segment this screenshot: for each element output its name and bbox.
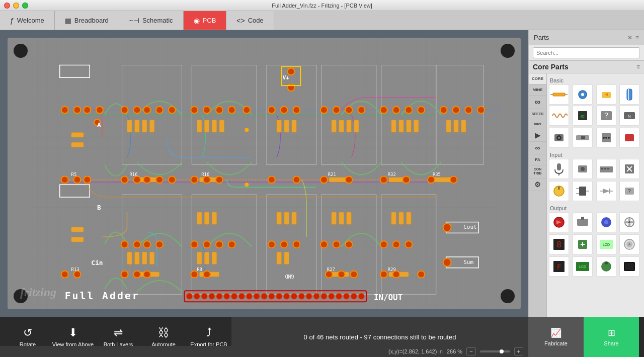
- basic-parts-grid-2: [549, 128, 642, 148]
- part-keyboard[interactable]: [596, 159, 616, 179]
- parts-search-input[interactable]: [533, 47, 640, 58]
- svg-rect-63: [204, 252, 209, 264]
- tab-breadboard[interactable]: ▦ Breadboard: [55, 11, 119, 30]
- fabricate-icon: 📈: [550, 327, 561, 338]
- svg-rect-255: [577, 219, 588, 226]
- svg-rect-58: [149, 252, 154, 264]
- part-sensor-input[interactable]: [573, 159, 593, 179]
- part-capacitor[interactable]: [619, 84, 639, 105]
- toolbar-container: ↺ Rotate ⬇ View from Above ⇌ Both Layers…: [0, 317, 644, 357]
- tab-schematic[interactable]: ~⊣ Schematic: [119, 11, 184, 30]
- part-unknown2[interactable]: N: [619, 106, 639, 126]
- parts-search-area: [529, 45, 644, 61]
- part-connector-input[interactable]: [619, 159, 639, 179]
- part-lcd2[interactable]: LCD: [573, 256, 593, 277]
- pcb-board: R5 R16 R16 R21 R32 R35 R13 R8 R27 R29 A …: [8, 38, 521, 309]
- zoom-level: 266 %: [447, 348, 462, 354]
- svg-point-99: [320, 107, 328, 114]
- svg-rect-36: [149, 120, 154, 132]
- part-encoder[interactable]: [596, 256, 616, 277]
- svg-text:?: ?: [604, 111, 608, 119]
- svg-point-150: [338, 271, 345, 278]
- part-motor[interactable]: [573, 234, 593, 254]
- svg-point-193: [284, 293, 290, 299]
- svg-point-154: [418, 271, 425, 278]
- sidetab-seeed[interactable]: SEEED: [529, 109, 546, 119]
- fabricate-button[interactable]: 📈 Fabricate: [528, 317, 584, 357]
- breadboard-icon: ▦: [65, 17, 71, 25]
- part-led-red[interactable]: [549, 212, 569, 232]
- maximize-button[interactable]: [22, 3, 28, 9]
- part-led[interactable]: [596, 84, 616, 105]
- svg-rect-74: [399, 212, 404, 225]
- close-button[interactable]: [4, 3, 10, 9]
- sidetab-intel[interactable]: Intel: [529, 119, 546, 129]
- zoom-out-button[interactable]: −: [466, 347, 475, 355]
- parts-body: CORE MINE ∞ SEEED Intel ▶ ∞ PA CONTRIB ⚙…: [529, 73, 644, 317]
- svg-point-203: [358, 293, 364, 299]
- svg-point-200: [336, 293, 342, 299]
- svg-text:IN/OUT: IN/OUT: [374, 293, 403, 302]
- part-unknown1[interactable]: ?: [596, 106, 616, 126]
- part-connector3[interactable]: [596, 128, 616, 148]
- part-unknown3[interactable]: [619, 128, 639, 148]
- part-7seg[interactable]: 8: [549, 234, 569, 254]
- part-segment-display[interactable]: F: [549, 256, 569, 277]
- part-microphone[interactable]: [549, 159, 569, 179]
- part-servo[interactable]: [573, 212, 593, 232]
- sidetab-play[interactable]: ▶: [529, 129, 546, 142]
- sidetab-gear[interactable]: ⚙: [529, 178, 546, 191]
- svg-rect-72: [346, 212, 351, 225]
- svg-point-142: [393, 241, 400, 248]
- output-parts-grid: [549, 212, 642, 232]
- sidetab-pa[interactable]: PA: [529, 154, 546, 165]
- view-from-above-icon: ⬇: [68, 326, 77, 339]
- part-motor-ctrl[interactable]: [596, 212, 616, 232]
- svg-point-91: [191, 107, 198, 114]
- svg-point-112: [133, 176, 140, 183]
- pcb-canvas[interactable]: R5 R16 R16 R21 R32 R35 R13 R8 R27 R29 A …: [0, 30, 528, 317]
- sidetab-core[interactable]: CORE: [529, 73, 546, 84]
- coordinates: (x,y)=(2.862, 1.642) in: [388, 348, 443, 354]
- svg-point-128: [133, 241, 140, 248]
- svg-marker-248: [603, 189, 610, 194]
- part-diode[interactable]: [596, 181, 616, 201]
- parts-close-icon[interactable]: ✕: [627, 34, 632, 41]
- share-button[interactable]: ⊞ Share: [584, 317, 639, 357]
- part-connector[interactable]: [573, 84, 593, 105]
- svg-point-125: [428, 176, 435, 183]
- zoom-in-button[interactable]: +: [514, 347, 523, 355]
- svg-rect-33: [127, 120, 132, 132]
- sidetab-fritzing[interactable]: ∞: [529, 96, 546, 109]
- output-parts-grid-2: 8 LCD: [549, 234, 642, 254]
- part-inductor[interactable]: [549, 106, 569, 126]
- svg-text:R21: R21: [328, 172, 336, 177]
- part-sensor1[interactable]: [549, 128, 569, 148]
- part-unknown-input[interactable]: ?: [619, 181, 639, 201]
- part-oled[interactable]: [619, 256, 639, 277]
- tab-code[interactable]: <> Code: [226, 11, 274, 30]
- minimize-button[interactable]: [13, 3, 19, 9]
- svg-point-127: [121, 241, 128, 248]
- part-rotary[interactable]: [619, 234, 639, 254]
- both-layers-icon: ⇌: [114, 326, 123, 339]
- export-icon: ⤴: [206, 326, 212, 339]
- part-fan[interactable]: [619, 212, 639, 232]
- part-transistor[interactable]: [573, 181, 593, 201]
- part-ic[interactable]: IC: [573, 106, 593, 126]
- core-parts-menu[interactable]: ≡: [636, 63, 640, 70]
- sidetab-contrib[interactable]: CONTRIB: [529, 165, 546, 178]
- zoom-slider[interactable]: [480, 350, 510, 352]
- parts-menu-icon[interactable]: ≡: [635, 34, 639, 41]
- svg-rect-0: [27, 38, 501, 309]
- part-switch[interactable]: [573, 128, 593, 148]
- sidetab-mine[interactable]: MINE: [529, 84, 546, 96]
- tab-pcb[interactable]: ◉ PCB: [184, 11, 227, 30]
- part-resistor[interactable]: [549, 84, 569, 105]
- svg-point-80: [61, 176, 68, 183]
- svg-rect-37: [197, 120, 202, 132]
- part-pot[interactable]: [549, 181, 569, 201]
- part-lcd[interactable]: LCD: [596, 234, 616, 254]
- tab-welcome[interactable]: ƒ Welcome: [0, 11, 55, 30]
- sidetab-inf2[interactable]: ∞: [529, 142, 546, 154]
